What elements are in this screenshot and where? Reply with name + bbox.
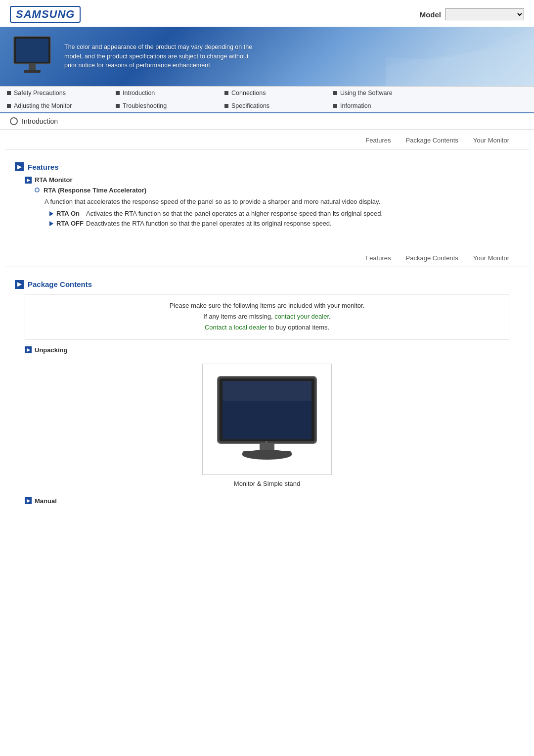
- package-info-box: Please make sure the following items are…: [25, 294, 509, 339]
- manual-label: Manual: [35, 497, 57, 505]
- monitor-image-container: Monitor & Simple stand: [15, 364, 519, 487]
- svg-rect-11: [242, 451, 292, 457]
- nav-specifications-label: Specifications: [231, 102, 269, 109]
- rta-bullet-dot: [35, 188, 40, 192]
- logo-text: SAMSUNG: [10, 6, 81, 23]
- svg-point-8: [266, 441, 267, 443]
- rta-on-item: RTA On Activates the RTA function so tha…: [49, 210, 519, 217]
- unpacking-heading: ▶ Unpacking: [25, 346, 519, 354]
- nav-bullet-icon: [224, 104, 228, 108]
- breadcrumb-text: Introduction: [22, 117, 58, 125]
- package-contents-link-top[interactable]: Package Contents: [406, 137, 458, 144]
- info-line2: If any items are missing, contact your d…: [35, 311, 499, 322]
- nav-connections[interactable]: Connections: [222, 89, 331, 97]
- rta-description: A function that accelerates the response…: [44, 197, 519, 207]
- nav-row-1: Safety Precautions Introduction Connecti…: [0, 87, 534, 99]
- info-line3: Contact a local dealer to buy optional i…: [35, 322, 499, 333]
- features-link-bottom[interactable]: Features: [365, 254, 391, 262]
- info-line2-prefix: If any items are missing,: [203, 313, 274, 320]
- rta-bullet-item: RTA (Response Time Accelerator): [35, 187, 519, 194]
- nav-row-2: Adjusting the Monitor Troubleshooting Sp…: [0, 99, 534, 112]
- samsung-logo: SAMSUNG: [10, 6, 81, 23]
- unpacking-icon: ▶: [25, 346, 32, 353]
- banner-wave-decoration: [386, 27, 534, 86]
- nav-introduction-label: Introduction: [123, 90, 155, 96]
- navigation-bar: Safety Precautions Introduction Connecti…: [0, 86, 534, 113]
- nav-specifications[interactable]: Specifications: [222, 101, 331, 110]
- features-section-icon: ▶: [15, 162, 24, 171]
- nav-software-label: Using the Software: [340, 90, 393, 96]
- nav-bullet-icon: [333, 91, 337, 95]
- nav-bullet-icon: [116, 91, 120, 95]
- nav-information-label: Information: [340, 102, 371, 109]
- arrow-icon: [49, 211, 53, 216]
- monitor-image-box: [202, 364, 332, 475]
- info-line2-suffix: .: [329, 313, 331, 320]
- monitor-caption: Monitor & Simple stand: [234, 480, 300, 487]
- package-section-icon: ▶: [15, 280, 24, 289]
- package-section-heading: ▶ Package Contents: [15, 280, 519, 289]
- info-line3-suffix: to buy optional items.: [267, 324, 329, 331]
- breadcrumb: Introduction: [0, 113, 534, 130]
- manual-heading: ▶ Manual: [25, 497, 519, 505]
- nav-using-software[interactable]: Using the Software: [331, 89, 440, 97]
- svg-rect-1: [16, 39, 48, 62]
- rta-off-item: RTA OFF Deactivates the RTA function so …: [49, 220, 519, 227]
- nav-troubleshooting[interactable]: Troubleshooting: [114, 101, 222, 110]
- features-link-top[interactable]: Features: [365, 137, 391, 144]
- nav-bullet-icon: [224, 91, 228, 95]
- model-select[interactable]: [445, 8, 524, 20]
- nav-introduction[interactable]: Introduction: [114, 89, 222, 97]
- pagination-bottom: Features Package Contents Your Monitor: [5, 249, 529, 267]
- features-section-heading: ▶ Features: [15, 162, 519, 171]
- banner-monitor-image: [10, 34, 54, 79]
- your-monitor-link-top[interactable]: Your Monitor: [473, 137, 509, 144]
- rta-monitor-icon: ▶: [25, 177, 32, 184]
- monitor-svg-image: [213, 374, 321, 463]
- svg-rect-3: [24, 70, 41, 73]
- nav-connections-label: Connections: [231, 90, 266, 96]
- package-title: Package Contents: [28, 280, 92, 288]
- pagination-top: Features Package Contents Your Monitor: [5, 132, 529, 149]
- rta-off-desc: Deactivates the RTA function so that the…: [86, 220, 332, 227]
- package-contents-content: ▶ Package Contents Please make sure the …: [0, 267, 534, 513]
- nav-bullet-icon: [7, 104, 11, 108]
- nav-bullet-icon: [333, 104, 337, 108]
- banner-text: The color and appearance of the product …: [64, 43, 262, 70]
- main-content: ▶ Features ▶ RTA Monitor RTA (Response T…: [0, 149, 534, 235]
- unpacking-label: Unpacking: [35, 346, 67, 354]
- nav-adjusting-label: Adjusting the Monitor: [14, 102, 72, 109]
- rta-on-label: RTA On: [56, 210, 86, 217]
- product-banner: The color and appearance of the product …: [0, 27, 534, 86]
- breadcrumb-icon: [10, 117, 18, 125]
- model-row: Model: [420, 8, 524, 20]
- page-header: SAMSUNG Model: [0, 0, 534, 23]
- rta-on-desc: Activates the RTA function so that the p…: [86, 210, 383, 217]
- nav-bullet-icon: [116, 104, 120, 108]
- rta-monitor-label: RTA Monitor: [35, 176, 73, 184]
- nav-bullet-icon: [7, 91, 11, 95]
- features-title: Features: [28, 163, 59, 171]
- info-line1: Please make sure the following items are…: [35, 300, 499, 311]
- nav-safety-precautions[interactable]: Safety Precautions: [5, 89, 114, 97]
- local-dealer-link[interactable]: Contact a local dealer: [205, 324, 267, 331]
- rta-off-label: RTA OFF: [56, 220, 86, 227]
- rta-bullet-text: RTA (Response Time Accelerator): [44, 187, 146, 194]
- contact-dealer-link[interactable]: contact your dealer: [274, 313, 329, 320]
- nav-troubleshooting-label: Troubleshooting: [123, 102, 167, 109]
- rta-monitor-heading: ▶ RTA Monitor: [25, 176, 519, 184]
- svg-rect-7: [222, 381, 312, 401]
- nav-information[interactable]: Information: [331, 101, 440, 110]
- nav-safety-label: Safety Precautions: [14, 90, 66, 96]
- package-contents-link-bottom[interactable]: Package Contents: [406, 254, 458, 262]
- model-label: Model: [420, 10, 441, 19]
- arrow-icon: [49, 221, 53, 226]
- your-monitor-link-bottom[interactable]: Your Monitor: [473, 254, 509, 262]
- svg-rect-2: [29, 64, 36, 71]
- nav-adjusting-monitor[interactable]: Adjusting the Monitor: [5, 101, 114, 110]
- manual-icon: ▶: [25, 497, 32, 504]
